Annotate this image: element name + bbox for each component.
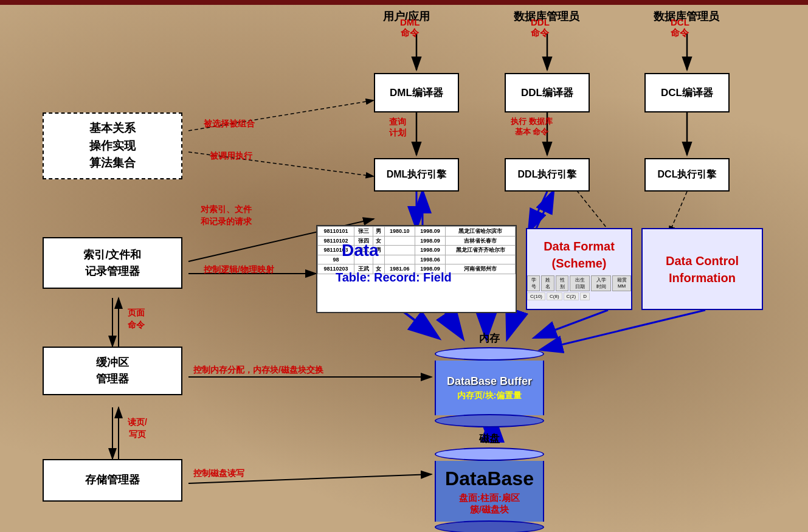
ddl-command-label: DDL命令 xyxy=(531,17,550,39)
selected-combined-label: 被选择被组合 xyxy=(204,119,255,130)
data-control-box: Data Control Information xyxy=(641,228,763,310)
index-file-mgr-box: 索引/文件和 记录管理器 xyxy=(43,237,182,289)
ctrl-mem-alloc-label: 控制内存分配，内存块/磁盘块交换 xyxy=(193,365,323,376)
dcl-command-label: DCL命令 xyxy=(671,17,689,39)
svg-line-20 xyxy=(401,310,438,337)
disk-section: 磁盘 DataBase 盘面:柱面:扇区 簇/磁盘块 xyxy=(435,432,544,532)
data-area-box: 98110101张三男1980.101998.09黑龙江省哈尔滨市 981101… xyxy=(316,225,517,313)
ctrl-logic-phys-label: 控制逻辑/物理映射 xyxy=(204,264,274,275)
ctrl-disk-rw-label: 控制磁盘读写 xyxy=(193,468,244,479)
table-record-field-text: Table: Record: Field xyxy=(336,269,452,286)
svg-line-16 xyxy=(529,192,547,231)
query-plan-label: 查询计划 xyxy=(389,117,406,139)
svg-line-17 xyxy=(535,192,553,231)
dcl-compiler-box: DCL编译器 xyxy=(644,73,730,112)
memory-section: 内存 DataBase Buffer 内存页/块:偏置量 xyxy=(435,331,544,427)
data-format-box: Data Format(Scheme) 学号 姓名 性别 出生日期 入学时间 籍… xyxy=(526,228,632,310)
data-overlay-text: Data xyxy=(342,238,379,262)
dml-command-label: DML命令 xyxy=(400,17,420,39)
dml-compiler-box: DML编译器 xyxy=(374,73,459,112)
buffer-mgr-box: 缓冲区 管理器 xyxy=(43,347,182,395)
read-write-page-label: 读页/写页 xyxy=(128,416,147,440)
exec-db-basic-label: 执行 数据库基本 命令 xyxy=(511,117,553,137)
svg-line-33 xyxy=(541,310,705,350)
dml-engine-box: DML执行引擎 xyxy=(374,158,459,192)
ddl-engine-box: DDL执行引擎 xyxy=(505,158,590,192)
storage-mgr-box: 存储管理器 xyxy=(43,459,182,502)
called-execute-label: 被调用执行 xyxy=(210,151,252,162)
ddl-compiler-box: DDL编译器 xyxy=(505,73,590,112)
dcl-engine-box: DCL执行引擎 xyxy=(644,158,730,192)
index-file-req-label: 对索引、文件和记录的请求 xyxy=(201,204,252,227)
top-bar xyxy=(0,0,808,5)
basic-ops-box: 基本关系 操作实现 算法集合 xyxy=(43,112,182,179)
page-cmd-label: 页面命令 xyxy=(128,307,145,331)
svg-line-32 xyxy=(535,310,608,337)
